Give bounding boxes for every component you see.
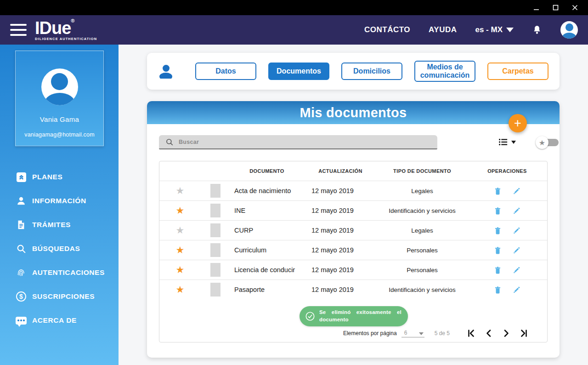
document-name: Curriculum xyxy=(230,246,304,254)
edit-icon[interactable] xyxy=(512,285,521,294)
registered-mark: ® xyxy=(71,18,74,23)
last-page-button[interactable] xyxy=(520,329,528,337)
app-logo[interactable]: IDue® DILIGENCE AUTHENTICATION xyxy=(35,19,97,41)
edit-icon[interactable] xyxy=(512,266,521,274)
sidebar-item-busquedas[interactable]: BÚSQUEDAS xyxy=(0,237,119,261)
logo-title: IDue® xyxy=(35,19,97,37)
list-view-icon xyxy=(498,137,508,147)
tab-documentos[interactable]: Documentos xyxy=(268,63,329,80)
favorite-star-icon[interactable]: ★ xyxy=(159,185,201,196)
profile-name: Vania Gama xyxy=(40,115,79,123)
first-page-button[interactable] xyxy=(467,329,475,337)
column-documento: DOCUMENTO xyxy=(230,168,304,174)
document-thumbnail[interactable] xyxy=(210,283,220,297)
favorite-star-icon[interactable]: ★ xyxy=(159,245,201,256)
document-name: INE xyxy=(230,207,304,214)
contact-link[interactable]: CONTÁCTO xyxy=(364,25,410,34)
edit-icon[interactable] xyxy=(512,206,521,215)
documents-panel: Mis documentos + ★ DOCUMENTO ACTUALIZA xyxy=(147,101,560,358)
close-icon[interactable] xyxy=(568,2,582,14)
delete-icon[interactable] xyxy=(493,285,502,294)
pagination: Elementos por página 6 5 de 5 xyxy=(343,329,540,337)
delete-icon[interactable] xyxy=(493,187,502,195)
page-title: Mis documentos xyxy=(300,105,407,120)
document-updated: 12 mayo 2019 xyxy=(304,227,377,234)
document-thumbnail[interactable] xyxy=(210,223,220,237)
items-per-page-select[interactable]: 6 xyxy=(401,330,424,337)
minimize-icon[interactable] xyxy=(529,2,543,14)
sidebar-item-acerca-de[interactable]: ACERCA DE xyxy=(0,308,119,332)
sidebar-item-autenticaciones[interactable]: AUTENTICACIONES xyxy=(0,261,119,285)
delete-icon[interactable] xyxy=(493,206,502,215)
sidebar-item-planes[interactable]: PLANES xyxy=(0,165,119,189)
edit-icon[interactable] xyxy=(512,246,521,255)
search-input[interactable] xyxy=(179,139,418,145)
document-updated: 12 mayo 2019 xyxy=(304,207,377,214)
sidebar-item-suscripciones[interactable]: $ SUSCRIPCIONES xyxy=(0,285,119,308)
table-row: ★ Licencia de conducir 12 mayo 2019 Pers… xyxy=(159,260,547,279)
person-icon xyxy=(16,195,27,206)
sidebar-item-tramites[interactable]: TRÁMITES xyxy=(0,213,119,237)
document-thumbnail[interactable] xyxy=(210,263,220,277)
next-page-button[interactable] xyxy=(502,329,510,337)
delete-icon[interactable] xyxy=(493,226,502,235)
document-thumbnail[interactable] xyxy=(210,243,220,257)
document-updated: 12 mayo 2019 xyxy=(304,286,377,293)
items-per-page-value: 6 xyxy=(404,330,414,336)
user-avatar[interactable] xyxy=(560,21,578,39)
favorite-star-icon[interactable]: ★ xyxy=(159,205,201,216)
tab-carpetas[interactable]: Carpetas xyxy=(487,63,548,80)
help-link[interactable]: AYUDA xyxy=(429,25,457,34)
add-document-button[interactable]: + xyxy=(509,114,527,132)
edit-icon[interactable] xyxy=(512,226,521,235)
document-updated: 12 mayo 2019 xyxy=(304,246,377,254)
chat-icon xyxy=(16,315,27,326)
document-type: Identificación y servicios xyxy=(377,286,467,293)
star-icon: ★ xyxy=(536,136,548,149)
menu-hamburger-icon[interactable] xyxy=(10,24,27,36)
column-actualizacion: ACTUALIZACIÓN xyxy=(304,168,377,174)
avatar-person-icon xyxy=(51,73,68,90)
favorite-star-icon[interactable]: ★ xyxy=(159,264,201,275)
search-box xyxy=(159,135,437,149)
favorite-star-icon[interactable]: ★ xyxy=(159,284,201,295)
document-thumbnail[interactable] xyxy=(210,204,220,217)
favorite-star-icon[interactable]: ★ xyxy=(159,225,201,236)
chevron-down-icon xyxy=(506,28,514,32)
document-thumbnail[interactable] xyxy=(210,184,220,198)
document-updated: 12 mayo 2019 xyxy=(304,266,377,274)
view-list-toggle[interactable] xyxy=(498,137,516,147)
tab-datos[interactable]: Datos xyxy=(195,63,256,80)
document-name: Acta de nacimiento xyxy=(230,187,304,194)
notifications-bell-icon[interactable] xyxy=(532,24,542,35)
delete-icon[interactable] xyxy=(493,266,502,274)
check-circle-icon xyxy=(305,311,315,321)
edit-icon[interactable] xyxy=(512,187,521,195)
os-title-bar xyxy=(0,0,588,15)
delete-icon[interactable] xyxy=(493,246,502,255)
document-name: CURP xyxy=(230,227,304,234)
profile-card: Vania Gama vaniagamag@hotmail.com xyxy=(15,51,104,146)
table-row: ★ Curriculum 12 mayo 2019 Personales xyxy=(159,240,547,260)
favorites-filter-toggle[interactable]: ★ xyxy=(536,136,559,149)
document-updated: 12 mayo 2019 xyxy=(304,187,377,194)
logo-subtitle: DILIGENCE AUTHENTICATION xyxy=(35,37,97,41)
table-row: ★ INE 12 mayo 2019 Identificación y serv… xyxy=(159,200,547,220)
maximize-icon[interactable] xyxy=(548,2,562,14)
tab-domicilios[interactable]: Domicilios xyxy=(341,63,402,80)
previous-page-button[interactable] xyxy=(485,329,493,337)
sidebar-item-informacion[interactable]: INFORMACIÓN xyxy=(0,189,119,213)
profile-avatar[interactable] xyxy=(41,68,78,105)
document-type: Legales xyxy=(377,227,467,234)
profile-email: vaniagamag@hotmail.com xyxy=(24,131,95,138)
person-icon xyxy=(158,64,173,79)
column-operaciones: OPERACIONES xyxy=(467,168,547,174)
document-type: Personales xyxy=(377,247,467,254)
document-name: Licencia de conducir xyxy=(230,266,304,274)
tab-medios-de-comunicacion[interactable]: Medios de comunicación xyxy=(414,61,475,81)
success-toast: Se eliminó exitosamente el documento xyxy=(300,306,408,326)
sidebar: Vania Gama vaniagamag@hotmail.com PLANES… xyxy=(0,45,119,365)
language-selector[interactable]: es - MX xyxy=(475,25,514,34)
document-type: Personales xyxy=(377,267,467,274)
document-icon xyxy=(16,219,27,230)
